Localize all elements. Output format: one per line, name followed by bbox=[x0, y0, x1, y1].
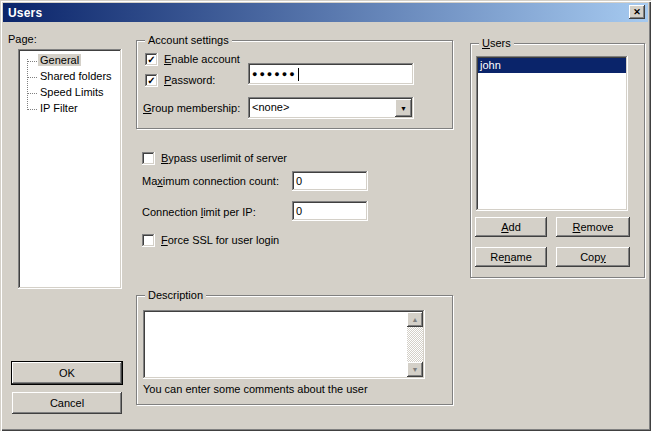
users-group: Users john Add Remove Rename Copy bbox=[470, 43, 645, 278]
checkbox-checked-icon: ✓ bbox=[145, 53, 158, 66]
description-textarea[interactable]: ▲ ▼ bbox=[143, 310, 425, 379]
password-masked-value: ●●●●●● bbox=[252, 70, 297, 79]
list-item-user[interactable]: john bbox=[478, 58, 626, 73]
enable-account-label: Enable account bbox=[164, 53, 240, 66]
copy-button[interactable]: Copy bbox=[556, 247, 630, 267]
ip-limit-input[interactable]: 0 bbox=[292, 201, 368, 221]
force-ssl-checkbox[interactable]: Force SSL for user login bbox=[142, 234, 279, 247]
max-connections-input[interactable]: 0 bbox=[292, 171, 368, 191]
cancel-button[interactable]: Cancel bbox=[12, 392, 122, 414]
account-settings-group: Account settings ✓ Enable account ✓ Pass… bbox=[136, 40, 453, 129]
description-group: Description ▲ ▼ You can enter some comme… bbox=[136, 295, 453, 405]
max-connections-label: Maximum connection count: bbox=[142, 175, 279, 188]
scroll-down-button[interactable]: ▼ bbox=[407, 362, 423, 377]
group-membership-dropdown[interactable]: <none> ▼ bbox=[248, 97, 414, 119]
tree-item-shared-folders[interactable]: Shared folders bbox=[18, 69, 122, 85]
scroll-up-button[interactable]: ▲ bbox=[407, 312, 423, 327]
ok-button[interactable]: OK bbox=[12, 362, 122, 384]
checkbox-unchecked-icon bbox=[142, 234, 155, 247]
text-caret bbox=[298, 68, 299, 81]
enable-account-checkbox[interactable]: ✓ Enable account bbox=[145, 53, 240, 66]
remove-button[interactable]: Remove bbox=[556, 217, 630, 237]
tree-item-speed-limits[interactable]: Speed Limits bbox=[18, 85, 122, 101]
ip-limit-label: Connection limit per IP: bbox=[142, 206, 256, 219]
checkbox-unchecked-icon bbox=[142, 152, 155, 165]
checkbox-checked-icon: ✓ bbox=[145, 74, 158, 87]
page-label: Page: bbox=[8, 33, 37, 45]
group-membership-label: Group membership: bbox=[143, 102, 240, 115]
bypass-userlimit-checkbox[interactable]: Bypass userlimit of server bbox=[142, 152, 287, 165]
page-tree[interactable]: General Shared folders Speed Limits IP F… bbox=[18, 49, 122, 289]
title-bar[interactable]: Users ✕ bbox=[3, 3, 648, 22]
close-icon: ✕ bbox=[633, 8, 641, 17]
users-legend: Users bbox=[479, 37, 514, 50]
add-button[interactable]: Add bbox=[475, 217, 547, 237]
description-legend: Description bbox=[145, 289, 206, 302]
close-button[interactable]: ✕ bbox=[629, 5, 645, 19]
password-input[interactable]: ●●●●●● bbox=[248, 63, 414, 85]
scroll-up-icon: ▲ bbox=[412, 316, 419, 323]
window-title: Users bbox=[3, 6, 42, 20]
group-membership-value: <none> bbox=[252, 100, 289, 115]
description-caption: You can enter some comments about the us… bbox=[143, 383, 368, 395]
scrollbar-vertical[interactable]: ▲ ▼ bbox=[407, 312, 423, 377]
dropdown-button[interactable]: ▼ bbox=[395, 99, 412, 117]
tree-item-general[interactable]: General bbox=[18, 53, 122, 69]
password-checkbox[interactable]: ✓ Password: bbox=[145, 74, 215, 87]
scroll-down-icon: ▼ bbox=[412, 366, 419, 373]
tree-item-ip-filter[interactable]: IP Filter bbox=[18, 101, 122, 117]
users-listbox[interactable]: john bbox=[476, 56, 628, 211]
account-settings-legend: Account settings bbox=[145, 34, 232, 47]
users-dialog: Users ✕ Page: General Shared folders Spe… bbox=[0, 0, 651, 431]
bypass-userlimit-label: Bypass userlimit of server bbox=[161, 152, 287, 165]
chevron-down-icon: ▼ bbox=[400, 105, 407, 112]
password-label: Password: bbox=[164, 74, 215, 87]
rename-button[interactable]: Rename bbox=[475, 247, 547, 267]
force-ssl-label: Force SSL for user login bbox=[161, 234, 279, 247]
